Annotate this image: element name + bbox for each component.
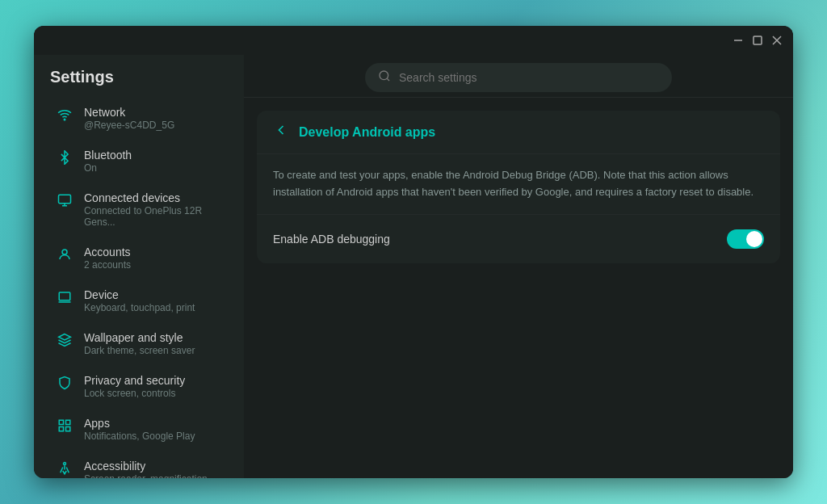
- device-sublabel: Keyboard, touchpad, print: [84, 302, 195, 313]
- apps-label: Apps: [84, 417, 195, 430]
- main-header: [244, 55, 793, 98]
- svg-point-16: [380, 71, 388, 80]
- apps-sublabel: Notifications, Google Play: [84, 430, 195, 442]
- search-pill[interactable]: [365, 63, 672, 92]
- bluetooth-label: Bluetooth: [84, 149, 132, 162]
- sidebar-item-accessibility[interactable]: Accessibility Screen reader, magnificati…: [40, 452, 237, 478]
- card-header: Develop Android apps: [257, 111, 780, 154]
- sidebar-title: Settings: [34, 55, 244, 96]
- apps-icon: [57, 418, 73, 437]
- adb-setting-row: Enable ADB debugging: [257, 215, 780, 263]
- sidebar: Settings Network @Reyee-sC4DD_5G: [34, 55, 244, 478]
- sidebar-item-apps[interactable]: Apps Notifications, Google Play: [40, 409, 237, 450]
- sidebar-item-bluetooth[interactable]: Bluetooth On: [40, 141, 237, 182]
- sidebar-item-network[interactable]: Network @Reyee-sC4DD_5G: [40, 98, 237, 139]
- connected-devices-label: Connected devices: [84, 191, 221, 204]
- sidebar-item-privacy[interactable]: Privacy and security Lock screen, contro…: [40, 366, 237, 407]
- laptop-icon: [57, 290, 73, 309]
- network-sublabel: @Reyee-sC4DD_5G: [84, 120, 174, 131]
- minimize-button[interactable]: [732, 34, 745, 47]
- network-label: Network: [84, 106, 174, 119]
- svg-point-4: [64, 119, 65, 120]
- svg-rect-1: [754, 36, 762, 44]
- sidebar-item-connected-devices[interactable]: Connected devices Connected to OnePlus 1…: [40, 183, 237, 236]
- wallpaper-icon: [57, 333, 73, 351]
- svg-rect-11: [59, 420, 63, 424]
- app-body: Settings Network @Reyee-sC4DD_5G: [34, 55, 793, 478]
- titlebar: [34, 26, 793, 55]
- wifi-icon: [57, 107, 73, 126]
- svg-point-15: [64, 463, 66, 465]
- app-window: Settings Network @Reyee-sC4DD_5G: [34, 26, 793, 478]
- accounts-sublabel: 2 accounts: [84, 259, 131, 271]
- bluetooth-icon: [57, 150, 73, 169]
- accounts-label: Accounts: [84, 246, 131, 258]
- accessibility-sublabel: Screen reader, magnification: [84, 473, 208, 478]
- accessibility-icon: [57, 461, 73, 478]
- develop-android-card: Develop Android apps To create and test …: [257, 111, 780, 263]
- sidebar-item-wallpaper[interactable]: Wallpaper and style Dark theme, screen s…: [40, 323, 237, 364]
- device-label: Device: [84, 288, 195, 301]
- page-title: Develop Android apps: [299, 125, 435, 140]
- info-box: To create and test your apps, enable the…: [257, 154, 780, 215]
- adb-label: Enable ADB debugging: [273, 233, 390, 246]
- privacy-label: Privacy and security: [84, 374, 185, 387]
- main-content: Develop Android apps To create and test …: [244, 55, 793, 478]
- svg-rect-13: [66, 427, 70, 431]
- connected-devices-sublabel: Connected to OnePlus 12R Gens...: [84, 205, 221, 228]
- sidebar-item-device[interactable]: Device Keyboard, touchpad, print: [40, 280, 237, 321]
- search-icon: [378, 69, 391, 86]
- account-icon: [57, 247, 73, 266]
- search-input[interactable]: [399, 71, 659, 84]
- svg-line-17: [387, 78, 389, 81]
- bluetooth-sublabel: On: [84, 162, 132, 174]
- sidebar-item-accounts[interactable]: Accounts 2 accounts: [40, 237, 237, 279]
- content-area: Develop Android apps To create and test …: [244, 98, 793, 478]
- maximize-button[interactable]: [751, 34, 764, 47]
- back-button[interactable]: [273, 122, 289, 142]
- svg-rect-14: [59, 427, 63, 431]
- svg-rect-9: [59, 292, 70, 300]
- svg-point-8: [62, 250, 67, 254]
- search-wrapper: [260, 63, 777, 92]
- accessibility-label: Accessibility: [84, 460, 208, 472]
- close-button[interactable]: [770, 34, 783, 47]
- info-text: To create and test your apps, enable the…: [273, 167, 764, 201]
- adb-toggle[interactable]: [727, 229, 764, 249]
- privacy-sublabel: Lock screen, controls: [84, 388, 185, 399]
- svg-rect-5: [59, 195, 71, 204]
- devices-icon: [57, 193, 73, 212]
- wallpaper-label: Wallpaper and style: [84, 331, 195, 344]
- privacy-icon: [57, 376, 73, 394]
- wallpaper-sublabel: Dark theme, screen saver: [84, 345, 195, 356]
- svg-rect-12: [66, 420, 70, 424]
